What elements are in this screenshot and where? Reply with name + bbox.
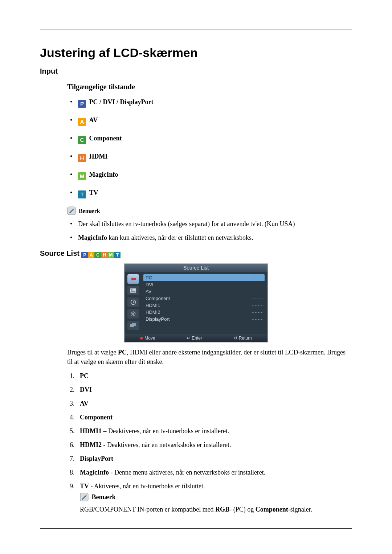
src-item-7: DisplayPort (76, 454, 352, 463)
src-item-2: DVI (76, 385, 352, 394)
top-rule (40, 29, 352, 29)
src-item-5: HDMI1 – Deaktiveres, når en tv-tunerboks… (76, 427, 352, 435)
osd-side (124, 272, 142, 334)
section-input: Input (40, 67, 352, 75)
c-icon: C (94, 252, 101, 258)
h-icon: H (101, 252, 107, 258)
mode-badge-row: PACHMT (81, 249, 121, 257)
osd-source-list: Source List PC- - - - (124, 263, 268, 342)
mode-magicinfo-label: MagicInfo (89, 171, 118, 178)
note-label: Bemærk (79, 208, 100, 214)
mode-pc: P PC / DVI / DisplayPort (67, 98, 352, 108)
note-item-2-strong: MagicInfo (78, 234, 107, 241)
a-icon: A (78, 118, 86, 126)
osd-side-icon-setup (127, 309, 139, 319)
note-item-2: MagicInfo kan kun aktiveres, når der er … (67, 233, 352, 242)
pencil-icon (80, 493, 89, 501)
mode-tv: T TV (67, 188, 352, 198)
p-icon: P (78, 100, 86, 108)
note2-text: RGB/COMPONENT IN-porten er kompatibel me… (80, 505, 352, 514)
h-icon: H (78, 154, 86, 162)
t-icon: T (78, 190, 86, 198)
m-icon: M (78, 172, 86, 180)
source-description: Bruges til at vælge PC, HDMI eller andre… (67, 348, 352, 366)
osd-foot-move: Move (140, 336, 155, 341)
mode-tv-label: TV (89, 189, 98, 196)
osd-body: PC- - - - DVI- - - - AV- - - - Component… (124, 272, 268, 334)
move-dot-icon (140, 337, 143, 340)
note-item-2-rest: kan kun aktiveres, når der er tilsluttet… (107, 234, 253, 241)
osd-row-component: Component- - - - (143, 295, 265, 302)
osd-title: Source List (124, 264, 268, 272)
mode-av-label: AV (89, 116, 98, 124)
osd-row-hdmi1: HDMI1- - - - (143, 302, 265, 309)
m-icon: M (107, 252, 114, 258)
bottom-rule (40, 528, 352, 529)
p-icon: P (81, 252, 88, 258)
t-icon: T (114, 252, 121, 258)
mode-component: C Component (67, 134, 352, 144)
mode-list: P PC / DVI / DisplayPort A AV C Componen… (67, 98, 352, 198)
osd-footer: Move ↵ Enter ↺ Return (124, 334, 268, 342)
src-item-4: Component (76, 413, 352, 422)
note-item-1: Der skal tilsluttes en tv-tunerboks (sæl… (67, 219, 352, 228)
note2-label: Bemærk (92, 493, 116, 501)
note2-block: Bemærk (80, 493, 352, 501)
mode-magicinfo: M MagicInfo (67, 170, 352, 180)
mode-component-label: Component (89, 135, 122, 142)
osd-row-hdmi2: HDMI2- - - - (143, 309, 265, 316)
src-item-3: AV (76, 399, 352, 408)
document-page: Justering af LCD-skærmen Input Tilgængel… (0, 0, 392, 554)
osd-row-displayport: DisplayPort- - - - (143, 316, 265, 323)
src-item-8: MagicInfo - Denne menu aktiveres, når en… (76, 468, 352, 477)
c-icon: C (78, 136, 86, 144)
src-item-9: TV - Aktiveres, når en tv-tunerboks er t… (76, 482, 352, 514)
src-item-6: HDMI2 - Deaktiveres, når en netværksboks… (76, 440, 352, 449)
mode-hdmi: H HDMI (67, 152, 352, 162)
source-numbered-list: PC DVI AV Component HDMI1 – Deaktiveres,… (67, 372, 352, 514)
osd-main: PC- - - - DVI- - - - AV- - - - Component… (142, 272, 268, 334)
osd-row-dvi: DVI- - - - (143, 281, 265, 288)
note-list: Der skal tilsluttes en tv-tunerboks (sæl… (67, 219, 352, 242)
osd-side-icon-multi (127, 321, 139, 330)
osd-row-av: AV- - - - (143, 288, 265, 295)
osd-foot-return: ↺ Return (234, 336, 252, 341)
osd-side-icon-time (127, 297, 139, 307)
osd-side-icon-picture (127, 286, 139, 295)
mode-pc-label: PC / DVI / DisplayPort (89, 98, 154, 106)
section-source-list: Source List PACHMT (40, 249, 352, 258)
section-source-list-label: Source List (40, 249, 81, 257)
mode-av: A AV (67, 116, 352, 126)
page-title: Justering af LCD-skærmen (40, 46, 352, 60)
mode-hdmi-label: HDMI (89, 153, 108, 160)
pencil-icon (67, 206, 76, 215)
heading-available-modes: Tilgængelige tilstande (67, 83, 352, 91)
svg-rect-6 (132, 323, 136, 326)
svg-point-4 (132, 313, 134, 315)
osd-side-icon-input (127, 274, 139, 284)
a-icon: A (88, 252, 94, 258)
svg-point-2 (131, 289, 132, 291)
osd-row-pc: PC- - - - (143, 274, 265, 281)
osd-foot-enter: ↵ Enter (187, 336, 202, 341)
note-block: Bemærk (67, 206, 352, 215)
src-item-1: PC (76, 372, 352, 380)
